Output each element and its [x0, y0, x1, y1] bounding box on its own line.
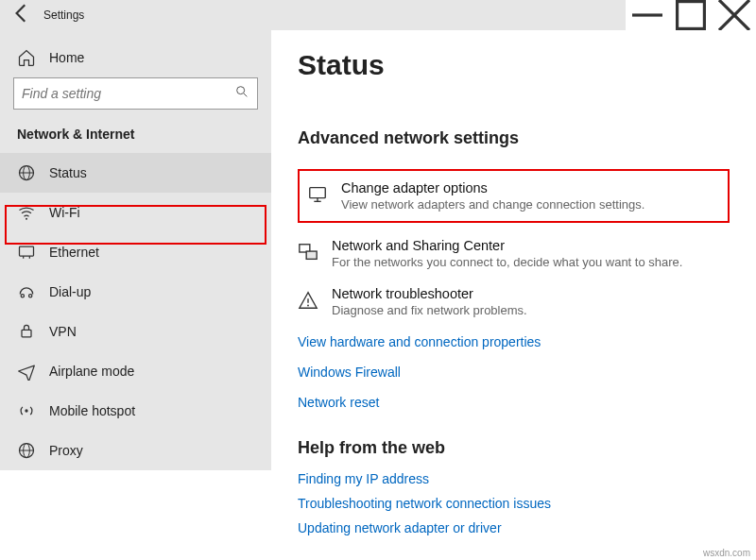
advanced-heading: Advanced network settings — [298, 128, 730, 148]
svg-point-13 — [21, 295, 24, 297]
sidebar-item-dialup[interactable]: Dial-up — [0, 272, 271, 312]
sidebar-section-title: Network & Internet — [0, 119, 271, 153]
link-find-ip[interactable]: Finding my IP address — [298, 471, 730, 486]
option-title: Network troubleshooter — [332, 286, 527, 301]
sidebar-item-label: VPN — [49, 324, 77, 339]
option-desc: For the networks you connect to, decide … — [332, 255, 682, 269]
svg-point-4 — [237, 87, 245, 94]
sidebar-item-vpn[interactable]: VPN — [0, 312, 271, 351]
titlebar: Settings — [0, 0, 756, 30]
option-desc: View network adapters and change connect… — [341, 197, 644, 212]
globe-icon — [17, 163, 36, 182]
airplane-icon — [17, 362, 36, 381]
svg-rect-1 — [678, 2, 705, 29]
option-troubleshooter[interactable]: Network troubleshooter Diagnose and fix … — [298, 286, 730, 317]
svg-point-14 — [29, 295, 32, 297]
wifi-icon — [17, 203, 36, 222]
link-firewall[interactable]: Windows Firewall — [298, 365, 730, 380]
option-title: Network and Sharing Center — [332, 238, 682, 253]
option-title: Change adapter options — [341, 180, 644, 195]
sidebar-item-airplane[interactable]: Airplane mode — [0, 351, 271, 391]
svg-point-16 — [25, 409, 27, 412]
sidebar: Home Network & Internet Status Wi-Fi — [0, 30, 271, 470]
sidebar-item-label: Ethernet — [49, 245, 99, 260]
sidebar-item-wifi[interactable]: Wi-Fi — [0, 193, 271, 232]
watermark: wsxdn.com — [703, 548, 750, 558]
maximize-button[interactable] — [669, 0, 713, 30]
sidebar-home[interactable]: Home — [0, 38, 271, 77]
sidebar-item-hotspot[interactable]: Mobile hotspot — [0, 391, 271, 431]
dialup-icon — [17, 282, 36, 301]
sidebar-item-label: Proxy — [49, 443, 83, 458]
window-title: Settings — [43, 8, 84, 22]
link-hardware-props[interactable]: View hardware and connection properties — [298, 334, 730, 349]
hotspot-icon — [17, 401, 36, 420]
back-button[interactable] — [9, 1, 34, 29]
sidebar-item-label: Airplane mode — [49, 364, 134, 379]
option-sharing-center[interactable]: Network and Sharing Center For the netwo… — [298, 238, 730, 269]
sidebar-item-label: Wi-Fi — [49, 205, 80, 220]
option-desc: Diagnose and fix network problems. — [332, 303, 527, 317]
sidebar-item-label: Status — [49, 165, 87, 180]
sharing-icon — [298, 242, 318, 263]
ethernet-icon — [17, 243, 36, 262]
help-heading: Help from the web — [298, 438, 730, 458]
svg-point-9 — [26, 218, 27, 220]
adapter-icon — [307, 184, 328, 205]
svg-rect-20 — [310, 188, 326, 198]
warning-icon — [298, 290, 318, 311]
search-input-container[interactable] — [13, 77, 258, 110]
link-update-adapter[interactable]: Updating network adapter or driver — [298, 520, 730, 535]
svg-rect-24 — [306, 251, 317, 259]
svg-rect-15 — [22, 330, 31, 337]
link-troubleshoot-conn[interactable]: Troubleshooting network connection issue… — [298, 496, 730, 511]
option-change-adapter[interactable]: Change adapter options View network adap… — [298, 169, 730, 223]
link-network-reset[interactable]: Network reset — [298, 395, 730, 410]
sidebar-home-label: Home — [49, 50, 84, 65]
sidebar-item-status[interactable]: Status — [0, 153, 271, 193]
svg-line-5 — [244, 93, 247, 96]
home-icon — [17, 48, 36, 67]
search-icon — [234, 84, 249, 103]
svg-rect-10 — [20, 246, 34, 256]
sidebar-item-proxy[interactable]: Proxy — [0, 431, 271, 470]
proxy-icon — [17, 441, 36, 460]
sidebar-item-label: Dial-up — [49, 284, 91, 299]
sidebar-item-ethernet[interactable]: Ethernet — [0, 232, 271, 272]
close-button[interactable] — [713, 0, 756, 30]
content-pane: Status Advanced network settings Change … — [271, 30, 756, 560]
svg-point-26 — [307, 305, 309, 307]
page-title: Status — [298, 49, 730, 81]
vpn-icon — [17, 322, 36, 341]
sidebar-item-label: Mobile hotspot — [49, 403, 135, 418]
minimize-button[interactable] — [626, 0, 669, 30]
search-input[interactable] — [22, 86, 234, 101]
